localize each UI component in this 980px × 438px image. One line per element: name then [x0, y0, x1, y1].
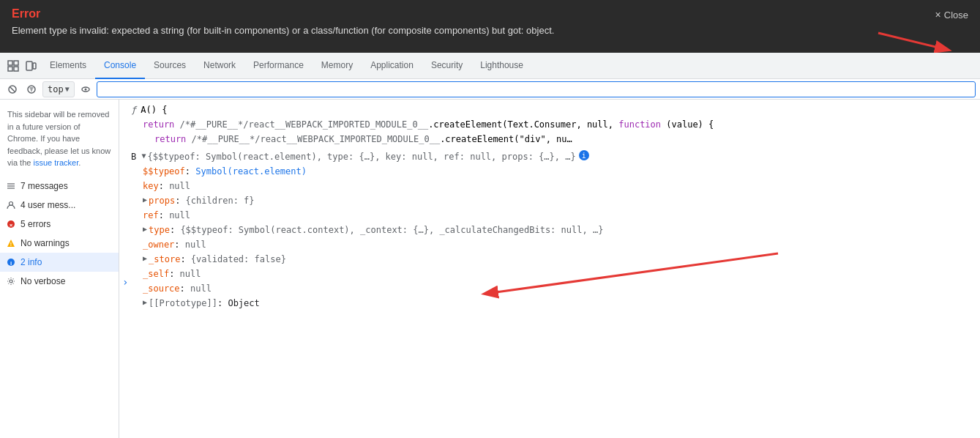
tab-network[interactable]: Network — [195, 53, 244, 79]
console-output: › ƒ A() { return /*#__PURE__*/react__WEB… — [119, 100, 980, 438]
warnings-label: No warnings — [20, 238, 70, 248]
code-line-typeof: $$typeof: Symbol(react.element) — [119, 164, 980, 179]
user-icon — [6, 200, 16, 210]
svg-rect-6 — [26, 62, 32, 70]
close-button[interactable]: × Close — [935, 9, 968, 21]
device-icon[interactable] — [23, 59, 38, 73]
sidebar-item-messages[interactable]: 7 messages — [0, 177, 119, 196]
main-area: This sidebar will be removed in a future… — [0, 100, 980, 438]
console-toolbar: top ▼ — [0, 79, 980, 100]
code-line-key: key: null — [119, 179, 980, 193]
close-label: Close — [944, 10, 968, 21]
svg-text:×: × — [10, 221, 13, 228]
info-badge: i — [579, 150, 589, 160]
code-line-owner: _owner: null — [119, 237, 980, 252]
svg-rect-7 — [33, 63, 36, 69]
error-title: Error — [12, 7, 968, 21]
context-label: top — [48, 84, 64, 94]
list-icon — [6, 181, 16, 191]
svg-line-9 — [10, 87, 15, 92]
sidebar-item-warnings[interactable]: ! No warnings — [0, 234, 119, 253]
close-x-icon: × — [935, 9, 941, 21]
code-line-ref: ref: null — [119, 208, 980, 223]
tab-performance[interactable]: Performance — [244, 53, 313, 79]
messages-label: 7 messages — [20, 181, 68, 191]
tab-application[interactable]: Application — [362, 53, 422, 79]
sidebar-item-verbose[interactable]: No verbose — [0, 272, 119, 291]
sidebar-item-errors[interactable]: × 5 errors — [0, 215, 119, 234]
code-line-self: _self: null — [119, 267, 980, 281]
tab-lighthouse[interactable]: Lighthouse — [471, 53, 532, 79]
code-line-source: _source: null — [119, 281, 980, 296]
code-line-2: return /*#__PURE__*/react__WEBPACK_IMPOR… — [119, 117, 980, 132]
filter-button[interactable] — [23, 81, 40, 97]
code-line-1: ƒ A() { — [119, 103, 980, 117]
tab-elements[interactable]: Elements — [41, 53, 95, 79]
verbose-label: No verbose — [20, 276, 65, 286]
code-line-3: return /*#__PURE__*/react__WEBPACK_IMPOR… — [119, 132, 980, 146]
info-label: 2 info — [20, 257, 42, 267]
eye-button[interactable] — [78, 81, 94, 97]
svg-rect-4 — [8, 67, 12, 71]
code-line-type: ▶ type: {$$typeof: Symbol(react.context)… — [119, 223, 980, 237]
clear-console-button[interactable] — [4, 81, 20, 97]
svg-point-26 — [10, 280, 12, 283]
error-message: Element type is invalid: expected a stri… — [12, 25, 968, 36]
context-filter[interactable]: top ▼ — [42, 81, 75, 97]
code-line-object-b: B ▼ {$$typeof: Symbol(react.element), ty… — [119, 149, 980, 164]
svg-point-15 — [84, 88, 86, 90]
svg-rect-5 — [14, 67, 18, 71]
gear-icon — [6, 276, 16, 286]
tab-security[interactable]: Security — [422, 53, 471, 79]
inspect-icon[interactable] — [6, 59, 20, 73]
sidebar-item-user-messages[interactable]: 4 user mess... — [0, 196, 119, 215]
tab-memory[interactable]: Memory — [313, 53, 362, 79]
warning-icon: ! — [6, 238, 16, 248]
error-icon: × — [6, 219, 16, 229]
issue-tracker-link[interactable]: issue tracker — [33, 158, 78, 167]
svg-text:i: i — [10, 259, 12, 266]
devtools-tabs: Elements Console Sources Network Perform… — [0, 53, 980, 79]
svg-rect-3 — [14, 61, 18, 65]
svg-text:!: ! — [10, 242, 12, 247]
sidebar-notice: This sidebar will be removed in a future… — [0, 100, 119, 177]
code-line-prototype: ▶ [[Prototype]]: Object — [119, 296, 980, 311]
tab-sources[interactable]: Sources — [145, 53, 195, 79]
code-line-store: ▶ _store: {validated: false} — [119, 252, 980, 267]
svg-rect-2 — [8, 61, 12, 65]
console-sidebar: This sidebar will be removed in a future… — [0, 100, 119, 438]
errors-label: 5 errors — [20, 219, 51, 229]
sidebar-item-info[interactable]: i 2 info — [0, 253, 119, 272]
context-arrow: ▼ — [65, 85, 70, 93]
info-icon: i — [6, 257, 16, 267]
code-line-props: ▶ props: {children: f} — [119, 193, 980, 208]
error-banner: Error Element type is invalid: expected … — [0, 0, 980, 53]
console-search-input[interactable] — [97, 81, 976, 97]
user-messages-label: 4 user mess... — [20, 200, 75, 210]
tab-console[interactable]: Console — [95, 53, 145, 79]
